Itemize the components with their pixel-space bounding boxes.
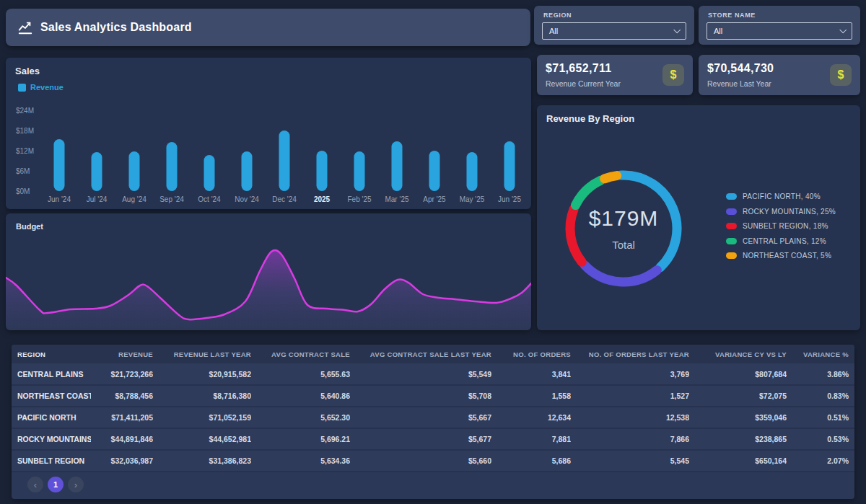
- x-axis-label: Oct '24: [191, 195, 228, 203]
- table-cell: $44,891,846: [91, 428, 153, 450]
- region-legend: PACIFIC NORTH, 40%ROCKY MOUNTAINS, 25%SU…: [726, 193, 836, 267]
- x-axis-label: Mar '25: [378, 195, 416, 203]
- budget-chart-title: Budget: [16, 222, 43, 231]
- legend-swatch: [726, 252, 737, 259]
- table-cell: $807,684: [689, 363, 787, 385]
- revenue-bar[interactable]: [242, 151, 253, 191]
- page-title: Sales Analytics Dashboard: [40, 21, 192, 34]
- revenue-bar[interactable]: [429, 151, 440, 191]
- column-header[interactable]: NO. OF ORDERS LAST YEAR: [571, 345, 689, 363]
- column-header[interactable]: REVENUE LAST YEAR: [153, 345, 251, 363]
- table-cell: $20,915,582: [153, 363, 251, 385]
- store-name-filter: STORE NAME All: [699, 6, 860, 45]
- donut-segment-central-plains[interactable]: [575, 180, 600, 205]
- revenue-bar[interactable]: [129, 151, 140, 191]
- table-cell: CENTRAL PLAINS: [12, 363, 91, 385]
- line-chart-icon: [17, 19, 33, 35]
- kpi-revenue-current-year: $71,652,711 Revenue Current Year $: [537, 55, 693, 95]
- table-cell: $5,660: [350, 450, 491, 472]
- previous-page-button[interactable]: ‹: [27, 477, 43, 492]
- x-axis-label: 2025: [303, 195, 341, 203]
- table-cell: $72,075: [689, 385, 787, 407]
- store-filter-value: All: [714, 27, 722, 35]
- revenue-bar[interactable]: [54, 139, 65, 191]
- revenue-bar[interactable]: [92, 152, 102, 191]
- column-header[interactable]: NO. OF ORDERS: [491, 345, 571, 363]
- table-cell: 5,640.86: [251, 385, 350, 407]
- revenue-bar[interactable]: [467, 152, 478, 191]
- table-cell: $71,411,205: [91, 407, 153, 428]
- table-cell: 7,881: [491, 428, 571, 450]
- donut-segment-rocky-mountains[interactable]: [585, 265, 657, 282]
- region-filter-label: REGION: [543, 12, 686, 19]
- table-cell: $359,046: [689, 407, 787, 428]
- region-filter-dropdown[interactable]: All: [542, 22, 686, 40]
- table-cell: $8,716,380: [153, 385, 251, 407]
- column-header[interactable]: AVG CONTRACT SALE LAST YEAR: [350, 345, 491, 363]
- legend-label: ROCKY MOUNTAINS, 25%: [743, 208, 836, 216]
- table-cell: $31,386,823: [153, 450, 251, 472]
- x-axis-label: Jul '24: [78, 195, 115, 203]
- donut-segment-northeast-coast[interactable]: [605, 176, 617, 179]
- donut-segment-sunbelt-region[interactable]: [570, 209, 582, 262]
- revenue-bar[interactable]: [504, 141, 515, 191]
- revenue-by-region-chart: Revenue By Region $179M Total PACIFIC NO…: [537, 105, 860, 330]
- legend-item: SUNBELT REGION, 18%: [726, 222, 836, 230]
- store-filter-dropdown[interactable]: All: [707, 22, 852, 40]
- x-axis-label: May '25: [453, 195, 491, 203]
- column-header[interactable]: REGION: [12, 345, 91, 363]
- sales-legend: Revenue: [18, 83, 64, 92]
- y-axis-tick: $18M: [16, 127, 34, 135]
- x-axis-label: Apr '25: [416, 195, 453, 203]
- table-cell: 0.83%: [787, 385, 854, 407]
- table-cell: ROCKY MOUNTAINS: [12, 428, 91, 450]
- table-cell: 1,558: [491, 385, 571, 407]
- data-table: REGIONREVENUEREVENUE LAST YEARAVG CONTRA…: [12, 345, 854, 472]
- x-axis-label: Dec '24: [266, 195, 303, 203]
- column-header[interactable]: AVG CONTRACT SALE: [251, 345, 350, 363]
- table-cell: 5,545: [571, 450, 689, 472]
- column-header[interactable]: VARIANCE %: [787, 345, 854, 363]
- store-filter-label: STORE NAME: [708, 12, 852, 19]
- table-cell: 5,634.36: [251, 450, 350, 472]
- table-row[interactable]: NORTHEAST COAST$8,788,456$8,716,3805,640…: [12, 385, 854, 407]
- budget-area-fill: [6, 250, 531, 330]
- current-page-button[interactable]: 1: [48, 477, 64, 492]
- table-cell: $71,052,159: [153, 407, 251, 428]
- table-cell: 3,769: [571, 363, 689, 385]
- column-header[interactable]: VARIANCE CY VS LY: [689, 345, 787, 363]
- table-cell: PACIFIC NORTH: [12, 407, 91, 428]
- dashboard-header: Sales Analytics Dashboard: [6, 9, 530, 46]
- next-page-button[interactable]: ›: [68, 477, 84, 492]
- legend-label: SUNBELT REGION, 18%: [743, 222, 828, 230]
- revenue-bar[interactable]: [354, 151, 365, 191]
- legend-swatch: [726, 208, 737, 215]
- donut-segment-pacific-north[interactable]: [621, 175, 677, 268]
- table-cell: $5,677: [350, 428, 491, 450]
- table-cell: 0.51%: [787, 407, 854, 428]
- chevron-down-icon: [673, 26, 681, 33]
- table-cell: 5,652.30: [251, 407, 350, 428]
- table-cell: 5,696.21: [251, 428, 350, 450]
- revenue-bar[interactable]: [279, 131, 290, 191]
- table-row[interactable]: CENTRAL PLAINS$21,723,266$20,915,5825,65…: [12, 363, 854, 385]
- table-row[interactable]: ROCKY MOUNTAINS$44,891,846$44,652,9815,6…: [12, 428, 854, 450]
- x-axis-label: Jun '25: [491, 195, 528, 203]
- dollar-icon: $: [662, 64, 684, 86]
- legend-item: CENTRAL PLAINS, 12%: [726, 237, 836, 245]
- budget-curve: [6, 213, 531, 330]
- revenue-bar[interactable]: [317, 151, 328, 191]
- table-cell: 2.07%: [787, 450, 854, 472]
- revenue-bar[interactable]: [392, 141, 403, 191]
- table-row[interactable]: SUNBELT REGION$32,036,987$31,386,8235,63…: [12, 450, 854, 472]
- table-row[interactable]: PACIFIC NORTH$71,411,205$71,052,1595,652…: [12, 407, 854, 428]
- revenue-legend-label: Revenue: [30, 83, 64, 92]
- y-axis-tick: $12M: [16, 147, 34, 155]
- column-header[interactable]: REVENUE: [91, 345, 153, 363]
- table-cell: 7,866: [571, 428, 689, 450]
- revenue-legend-swatch: [18, 84, 26, 92]
- revenue-bar[interactable]: [204, 155, 215, 191]
- x-axis-label: Jun '24: [40, 195, 78, 203]
- revenue-bar[interactable]: [167, 142, 178, 191]
- budget-area-chart: Budget: [6, 213, 531, 330]
